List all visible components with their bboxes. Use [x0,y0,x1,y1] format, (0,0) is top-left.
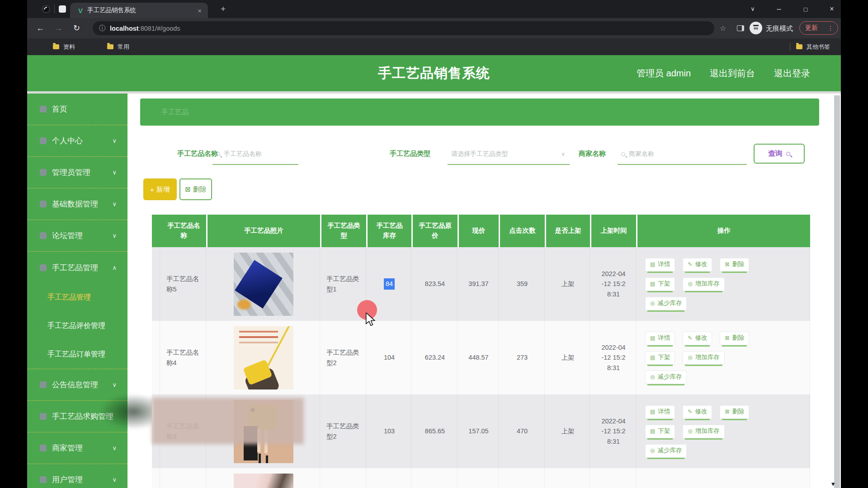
reload-icon[interactable]: ↻ [73,18,80,38]
delete-row-button[interactable]: ⊠删除 [720,332,749,345]
logout-link[interactable]: 退出登录 [774,67,810,80]
active-tab[interactable]: V 手工艺品销售系统 × [70,3,208,18]
merchant-search-input[interactable]: 商家名称 [618,144,747,165]
sidebar-item-handicraft-mgmt[interactable]: 手工艺品管理 ∧ [27,252,127,283]
col-original-price: 手工艺品原价 [413,215,458,247]
chevron-down-icon: ∨ [112,232,117,239]
forward-icon[interactable]: → [54,18,62,38]
sidebar-item-admin-mgmt[interactable]: 管理员管理 ∨ [27,157,127,188]
unlist-button[interactable]: ▤下架 [645,351,675,365]
divider [790,43,790,51]
browser-toolbar: ← → ↻ ⓘ localhost:8081/#/goods ☆ ∞ 无痕模式 … [27,18,841,38]
tab-close-icon[interactable]: × [198,7,202,14]
other-bookmarks-button[interactable]: 其他书签 [796,38,830,55]
detail-button[interactable]: ▤详情 [645,258,675,272]
sidebar-subitem-handicraft-order-mgmt[interactable]: 手工艺品订单管理 [27,340,127,369]
update-menu-button[interactable]: 更新 ⋮ [799,21,838,35]
minimize-button[interactable]: – [772,0,786,18]
window-close-button[interactable]: × [825,0,839,18]
goods-time: 2022-04-12 15:28:31 [591,321,636,394]
breadcrumb-label: 手工艺品 [161,99,819,126]
forum-icon [40,232,47,239]
address-bar[interactable]: ⓘ localhost:8081/#/goods [93,21,714,35]
col-type: 手工艺品类型 [321,215,366,247]
browser-profile-icon[interactable] [42,5,50,13]
col-time: 上架时间 [591,215,636,247]
unlist-button[interactable]: ▤下架 [645,277,675,291]
delete-button[interactable]: ⊠ 删除 [179,178,212,200]
new-tab-button[interactable]: + [221,0,226,18]
row-actions: ▤详情 ✎修改 ⊠删除 ▤下架 ◎增加库存 ◎减少库存 [637,394,810,468]
side-panel-icon[interactable] [737,25,744,31]
detail-button[interactable]: ▤详情 [645,332,675,345]
add-button[interactable]: + 新增 [143,178,177,200]
goods-time: 2022-04-12 15:28:31 [591,394,636,468]
sidebar-subitem-handicraft-review-mgmt[interactable]: 手工艺品评价管理 [27,312,127,340]
product-photo[interactable] [234,253,293,316]
delete-row-button[interactable]: ⊠删除 [720,258,749,272]
add-stock-button[interactable]: ◎增加库存 [683,277,724,291]
detail-icon: ▤ [650,280,655,288]
delete-row-button[interactable]: ⊠删除 [720,405,749,419]
sidebar-item-notice-mgmt[interactable]: 公告信息管理 ∨ [27,369,127,401]
add-stock-button[interactable]: ◎增加库存 [683,351,724,365]
goods-table: 手工艺品名称 手工艺品照片 手工艺品类型 手工艺品库存 手工艺品原价 现价 点击… [152,215,810,488]
bookmark-folder-2[interactable]: 常用 [107,38,129,55]
plus-icon: + [150,186,154,193]
sidebar-item-forum-mgmt[interactable]: 论坛管理 ∨ [27,220,127,252]
type-select[interactable]: 请选择手工艺品类型 ∨ [448,144,570,165]
chevron-down-icon: ∨ [112,201,117,207]
search-icon [786,152,790,156]
product-photo[interactable] [234,326,293,389]
goods-original-price: 823.54 [413,247,458,321]
bookmarks-bar: 资料 常用 其他书签 [27,38,841,55]
goods-time: 2022-04-12 15:28:31 [591,247,636,321]
edit-button[interactable]: ✎修改 [683,405,712,419]
product-photo[interactable] [234,474,293,488]
divider [54,5,55,14]
edit-button[interactable]: ✎修改 [683,258,712,272]
sidebar-item-merchant-mgmt[interactable]: 商家管理 ∨ [27,432,127,464]
goods-price: 448.57 [459,321,499,394]
name-search-input[interactable]: 手工艺品名称 [212,144,298,165]
sidebar-item-home[interactable]: 首页 [27,94,127,125]
name-search-label: 手工艺品名称 [177,150,218,158]
goods-listed: 上架 [546,247,590,321]
reduce-stock-button[interactable]: ◎减少库存 [645,297,687,310]
edit-button[interactable]: ✎修改 [683,332,712,345]
video-blur-artifact [152,398,304,444]
add-stock-button[interactable]: ◎增加库存 [683,425,724,438]
sidebar-nav: 首页 个人中心 ∨ 管理员管理 ∨ 基础数据管理 ∨ 论坛管理 ∨ [27,94,127,488]
tab-search-icon[interactable]: ∨ [746,0,760,18]
query-button[interactable]: 查询 [754,144,805,164]
sidebar-item-base-data-mgmt[interactable]: 基础数据管理 ∨ [27,188,127,220]
reduce-stock-button[interactable]: ◎减少库存 [645,371,687,384]
sidebar-subitem-handicraft-mgmt[interactable]: 手工艺品管理 [27,283,127,312]
detail-icon: ▤ [650,260,655,269]
trash-icon: ⊠ [185,185,191,193]
goods-listed: 上架 [546,394,590,468]
site-info-icon[interactable]: ⓘ [99,24,105,33]
goods-type: 手工艺品类型2 [321,394,366,468]
back-icon[interactable]: ← [36,18,44,38]
home-icon [40,106,47,113]
restore-button[interactable]: ▢ [799,0,812,18]
vue-favicon-icon: V [78,7,83,14]
reduce-stock-button[interactable]: ◎减少库存 [645,444,687,458]
exit-to-front-link[interactable]: 退出到前台 [710,67,755,80]
col-price: 现价 [459,215,499,247]
goods-clicks: 470 [500,394,545,468]
vertical-scrollbar[interactable] [834,95,840,488]
bookmark-star-icon[interactable]: ☆ [720,18,726,38]
detail-button[interactable]: ▤详情 [645,405,675,419]
sidebar-item-personal-center[interactable]: 个人中心 ∨ [27,125,127,157]
sidebar-item-user-mgmt[interactable]: 用户管理 ∨ [27,464,127,488]
unlist-button[interactable]: ▤下架 [645,425,675,438]
tab-strip: V 手工艺品销售系统 × + ∨ – ▢ × [27,0,841,18]
more-menu-icon[interactable]: ⋮ [827,24,834,32]
col-stock: 手工艺品库存 [368,215,411,247]
bookmark-folder-1[interactable]: 资料 [53,38,75,55]
pinned-tab-icon[interactable] [59,5,66,13]
tab-title: 手工艺品销售系统 [87,6,198,14]
pin-icon: ◎ [688,280,692,288]
